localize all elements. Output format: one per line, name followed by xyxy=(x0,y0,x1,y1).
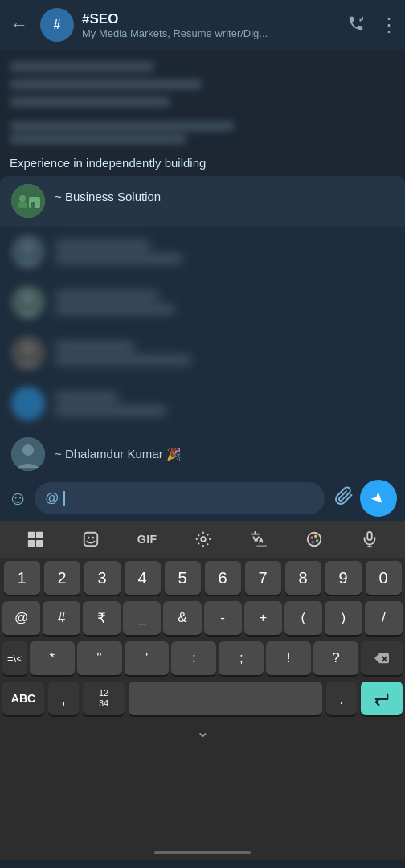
svg-point-6 xyxy=(22,242,34,253)
mention-avatar-5 xyxy=(11,387,45,420)
channel-title: #SEO xyxy=(82,11,339,27)
send-icon: ➤ xyxy=(366,487,390,510)
header-action-icons: ⋮ xyxy=(347,14,399,36)
svg-point-13 xyxy=(22,444,34,456)
key-colon[interactable]: : xyxy=(171,641,216,675)
chat-message-text: Experience in independently building xyxy=(0,149,405,176)
mention-name-6: ~ Dhalamdur Kumar 🎉 xyxy=(55,447,394,461)
keyboard-gif-button[interactable]: GIF xyxy=(129,528,166,551)
keyboard-mic-icon[interactable] xyxy=(353,526,387,553)
key-at[interactable]: @ xyxy=(2,601,40,635)
keyboard-theme-icon[interactable] xyxy=(297,526,331,553)
mention-text-6: ~ Dhalamdur Kumar 🎉 xyxy=(55,447,394,461)
mention-popup: ~ Business Solution xyxy=(0,176,405,476)
send-button[interactable]: ➤ xyxy=(360,480,397,517)
svg-rect-2 xyxy=(18,202,27,208)
message-input-bar: ☺ @ ➤ xyxy=(0,476,405,521)
backspace-key[interactable] xyxy=(361,641,403,675)
keyboard-dismiss-button[interactable]: ⌄ xyxy=(196,722,210,741)
mention-avatar-4 xyxy=(11,336,45,370)
keyboard-settings-icon[interactable] xyxy=(186,526,220,553)
mention-at-symbol: @ xyxy=(46,490,59,506)
key-ampersand[interactable]: & xyxy=(163,601,201,635)
mention-item-3[interactable] xyxy=(0,277,405,328)
key-enter[interactable] xyxy=(361,682,403,715)
key-hash[interactable]: # xyxy=(43,601,80,635)
svg-point-8 xyxy=(22,293,34,304)
emoji-button[interactable]: ☺ xyxy=(8,487,28,510)
svg-point-26 xyxy=(311,541,314,544)
key-3[interactable]: 3 xyxy=(84,561,121,595)
keyboard-apps-icon[interactable] xyxy=(18,526,52,553)
key-space[interactable] xyxy=(129,682,322,715)
key-double-quote[interactable]: " xyxy=(77,641,122,675)
key-7[interactable]: 7 xyxy=(245,561,281,595)
key-minus[interactable]: - xyxy=(204,601,242,635)
mention-item-4[interactable] xyxy=(0,328,405,379)
key-comma[interactable]: , xyxy=(48,682,79,715)
svg-point-25 xyxy=(316,539,319,542)
message-input-field[interactable]: @ xyxy=(35,482,325,514)
svg-rect-17 xyxy=(36,540,43,547)
key-close-paren[interactable]: ) xyxy=(325,601,362,635)
key-5[interactable]: 5 xyxy=(165,561,201,595)
svg-rect-15 xyxy=(36,532,43,538)
svg-point-1 xyxy=(19,195,26,202)
mention-avatar-6 xyxy=(11,437,45,471)
mention-item-business-solution[interactable]: ~ Business Solution xyxy=(0,176,405,227)
key-open-paren[interactable]: ( xyxy=(284,601,322,635)
home-indicator xyxy=(0,845,405,860)
key-plus[interactable]: + xyxy=(244,601,282,635)
key-1[interactable]: 1 xyxy=(4,561,40,595)
key-0[interactable]: 0 xyxy=(366,561,402,595)
svg-rect-14 xyxy=(28,532,35,538)
home-bar xyxy=(154,851,251,854)
key-single-quote[interactable]: ' xyxy=(125,641,170,675)
text-cursor xyxy=(63,491,65,506)
key-slash[interactable]: / xyxy=(365,601,403,635)
key-semicolon[interactable]: ; xyxy=(219,641,264,675)
mention-name-1: ~ Business Solution xyxy=(55,190,394,203)
svg-rect-18 xyxy=(84,533,98,547)
keyboard-sticker-icon[interactable] xyxy=(74,526,108,553)
number-row: 1 2 3 4 5 6 7 8 9 0 xyxy=(0,558,405,598)
mention-text-3 xyxy=(55,289,394,317)
key-abc[interactable]: ABC xyxy=(2,682,44,715)
channel-subtitle: My Media Markets, Resume writer/Dig... xyxy=(82,27,291,39)
mention-avatar-1 xyxy=(11,184,45,218)
chat-header: ← # #SEO My Media Markets, Resume writer… xyxy=(0,0,405,50)
key-question[interactable]: ? xyxy=(313,641,358,675)
mention-text-5 xyxy=(55,390,394,418)
svg-point-20 xyxy=(92,537,94,539)
svg-point-11 xyxy=(11,387,45,420)
key-8[interactable]: 8 xyxy=(285,561,321,595)
key-2[interactable]: 2 xyxy=(44,561,80,595)
key-6[interactable]: 6 xyxy=(205,561,241,595)
svg-rect-27 xyxy=(367,532,372,540)
call-icon[interactable] xyxy=(347,14,365,36)
mention-item-2[interactable] xyxy=(0,227,405,277)
svg-point-21 xyxy=(202,537,207,542)
key-4[interactable]: 4 xyxy=(125,561,161,595)
mention-text-1: ~ Business Solution xyxy=(55,190,394,212)
more-options-icon[interactable]: ⋮ xyxy=(379,14,399,36)
mention-avatar-2 xyxy=(11,235,45,268)
key-rupee[interactable]: ₹ xyxy=(83,601,121,635)
key-symbols-switch[interactable]: =\< xyxy=(2,641,27,675)
svg-rect-16 xyxy=(28,540,35,547)
back-button[interactable]: ← xyxy=(6,14,32,35)
keyboard-translate-icon[interactable] xyxy=(242,526,276,553)
key-period[interactable]: . xyxy=(326,682,357,715)
chat-area: Experience in independently building ~ B… xyxy=(0,50,405,476)
key-underscore[interactable]: _ xyxy=(123,601,161,635)
key-9[interactable]: 9 xyxy=(325,561,362,595)
key-exclaim[interactable]: ! xyxy=(266,641,311,675)
blurred-message-row xyxy=(0,116,405,149)
key-asterisk[interactable]: * xyxy=(30,641,75,675)
svg-point-23 xyxy=(310,536,313,539)
svg-rect-4 xyxy=(31,202,35,208)
attach-button[interactable] xyxy=(334,486,354,510)
key-1234[interactable]: 12 34 xyxy=(83,682,125,715)
mention-item-6[interactable]: ~ Dhalamdur Kumar 🎉 xyxy=(0,429,405,476)
mention-item-5[interactable] xyxy=(0,379,405,429)
